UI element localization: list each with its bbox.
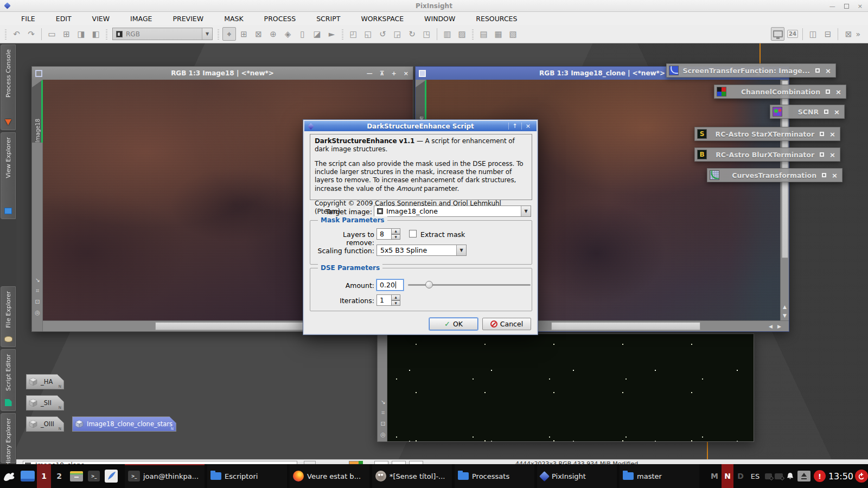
close-icon[interactable]: × — [829, 131, 835, 138]
sidebar-tab-view-explorer[interactable]: View Explorer — [1, 132, 16, 219]
toolbar-handle[interactable] — [105, 28, 108, 40]
resize-icon[interactable]: ↘ — [35, 277, 40, 284]
maximize-icon[interactable] — [844, 4, 849, 9]
amount-slider[interactable] — [408, 279, 531, 291]
close-icon[interactable]: × — [521, 123, 534, 130]
workspace-prev-icon[interactable]: ◫ — [806, 27, 820, 41]
sidebar-tab-process-console[interactable]: Process Console — [1, 44, 16, 130]
iconized-window-ha[interactable]: _HA N — [26, 374, 64, 389]
extract-mask-checkbox[interactable] — [409, 230, 417, 237]
notification-bell-icon[interactable] — [784, 464, 795, 488]
close-image-icon[interactable]: ◧ — [89, 27, 103, 41]
menu-view[interactable]: VIEW — [82, 15, 120, 23]
edit-preview-icon[interactable]: ◪ — [310, 27, 324, 41]
statistics-tool-icon[interactable]: ▨ — [455, 27, 469, 41]
dialog-titlebar[interactable]: DarkStructureEnhance Script ↑ × — [304, 121, 537, 131]
restore-icon[interactable] — [824, 110, 828, 114]
image18-view-tab[interactable]: Image18 — [32, 80, 43, 143]
process-window-stf[interactable]: ScreenTransferFunction: Image... × — [666, 63, 836, 78]
show-desktop-button[interactable] — [20, 468, 36, 484]
mask-remove-icon[interactable]: ◳ — [420, 27, 433, 41]
menu-preview[interactable]: PREVIEW — [163, 15, 214, 23]
menu-script[interactable]: SCRIPT — [306, 15, 350, 23]
view-options-button[interactable] — [304, 461, 316, 464]
toolbar-handle[interactable] — [4, 28, 8, 40]
preview-frame-icon[interactable]: ⌗ — [381, 409, 385, 416]
taskbar-button-firefox[interactable]: Veure estat b... — [290, 464, 369, 488]
chevron-down-icon[interactable]: ▼ — [456, 245, 466, 255]
close-icon[interactable]: × — [858, 3, 863, 10]
stars-image-canvas[interactable] — [387, 334, 754, 441]
channel-selector[interactable]: RGB ▼ — [112, 28, 213, 40]
amount-input[interactable]: 0.20 — [376, 279, 404, 291]
workspace-1-button[interactable]: 1 — [37, 464, 51, 488]
mask-restore-icon[interactable]: ↻ — [405, 27, 419, 41]
toolbar-handle[interactable] — [216, 28, 220, 40]
menu-image[interactable]: IMAGE — [120, 15, 162, 23]
toolbar-handle[interactable] — [471, 28, 475, 40]
rename-image-icon[interactable]: ▭ — [45, 27, 59, 41]
menu-window[interactable]: WINDOW — [414, 15, 465, 23]
toolbar-overflow-icon[interactable]: » — [856, 30, 860, 38]
file-manager-launcher[interactable] — [68, 468, 85, 484]
stf-reset-icon[interactable]: ▧ — [506, 27, 520, 41]
center-view-icon[interactable]: ◎ — [380, 431, 386, 438]
sidebar-tab-file-explorer[interactable]: File Explorer — [1, 286, 16, 347]
menu-edit[interactable]: EDIT — [46, 15, 82, 23]
close-icon[interactable]: × — [825, 67, 831, 74]
screen-transfer-monitor-icon[interactable] — [771, 27, 784, 41]
mask-new-icon[interactable]: ◰ — [347, 27, 360, 41]
iterations-value[interactable]: 1 — [376, 294, 392, 306]
menu-process[interactable]: PROCESS — [254, 15, 307, 23]
color-swatch[interactable] — [349, 461, 363, 464]
scrollbar-thumb[interactable] — [551, 322, 700, 330]
resize-icon[interactable]: ↘ — [380, 399, 385, 406]
layers-to-remove-spinner[interactable]: 8 ▲ ▼ — [376, 228, 400, 240]
center-view-icon[interactable]: ◎ — [35, 309, 40, 316]
target-image-select[interactable]: Image18_clone ▼ — [374, 206, 531, 217]
window-close-icon[interactable]: × — [404, 70, 409, 77]
workspace-close-icon[interactable]: ⊟ — [821, 27, 834, 41]
scroll-down-icon[interactable]: ▼ — [783, 313, 787, 318]
alert-tray-icon[interactable]: ! — [813, 464, 827, 488]
taskbar-button-master[interactable]: master — [620, 464, 699, 488]
crosshair-mode-icon[interactable]: ⌖ — [222, 27, 236, 41]
iconized-window-sii[interactable]: _SII N — [26, 395, 64, 410]
new-preview-icon[interactable]: ▯ — [296, 27, 309, 41]
menu-workspace[interactable]: WORKSPACE — [350, 15, 414, 23]
sidebar-tab-script-editor[interactable]: Script Editor — [1, 349, 16, 411]
iterations-spinner[interactable]: 1 ▲ ▼ — [376, 294, 400, 306]
toolbar-handle[interactable] — [341, 28, 344, 40]
clock[interactable]: 13:50 — [828, 464, 854, 488]
scroll-left-icon[interactable]: ◀ — [769, 324, 773, 329]
spin-up-icon[interactable]: ▲ — [392, 228, 400, 234]
sidebar-tab-history-explorer[interactable]: History Explorer — [1, 413, 16, 463]
process-window-scnr[interactable]: SCNR × — [770, 105, 845, 119]
process-window-curves-transformation[interactable]: CurvesTransformation × — [707, 168, 843, 182]
window-close-all-icon[interactable]: ⊠ — [841, 27, 855, 41]
volume-tray-icon[interactable] — [796, 464, 812, 488]
window-manager-menu-button[interactable] — [1, 468, 17, 484]
restore-icon[interactable] — [826, 89, 830, 94]
duplicate-view-icon[interactable]: ⊡ — [380, 420, 385, 427]
taskbar-button-processats[interactable]: Processats — [455, 464, 534, 488]
active-view-select[interactable]: Image18_clone — [23, 461, 297, 464]
undo-icon[interactable]: ↶ — [10, 27, 23, 41]
tray-indicator-n[interactable]: N — [722, 464, 733, 488]
ok-button[interactable]: ✓ OK — [429, 318, 478, 330]
tray-indicator-d[interactable]: D — [736, 464, 745, 488]
cancel-button[interactable]: Cancel — [482, 318, 531, 330]
restore-icon[interactable] — [820, 132, 824, 136]
zoom-in-icon[interactable]: ⊞ — [237, 27, 251, 41]
duplicate-view-icon[interactable]: ⊡ — [35, 298, 40, 305]
menu-file[interactable]: FILE — [11, 15, 46, 23]
chevron-down-icon[interactable]: ▼ — [202, 28, 212, 40]
spin-up-icon[interactable]: ▲ — [392, 294, 400, 300]
iconized-window-stars[interactable]: Image18_clone_clone_stars N — [72, 416, 176, 432]
stf-24bit-icon[interactable]: 24 — [786, 27, 799, 41]
image18-titlebar[interactable]: RGB 1:3 Image18 | <*new*> — ⊼ + × — [32, 67, 413, 80]
taskbar-button-terminal[interactable]: >_ joan@thinkpa... — [125, 464, 205, 488]
close-icon[interactable]: × — [835, 88, 841, 95]
keyboard-layout-indicator[interactable]: ES — [748, 464, 763, 488]
scaling-function-select[interactable]: 5x5 B3 Spline ▼ — [376, 245, 467, 256]
